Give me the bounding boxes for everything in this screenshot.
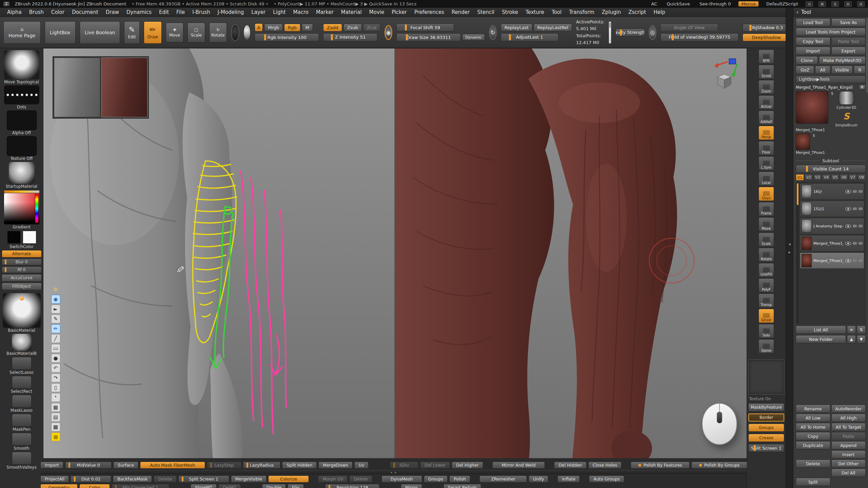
bottom-control[interactable]: Import (40, 462, 63, 469)
zcut-button[interactable]: Zcut (363, 24, 380, 32)
edit-mode-button[interactable]: ✎ Edit (124, 21, 139, 44)
bottom-control[interactable]: Polish (449, 475, 470, 483)
eraser-icon[interactable]: ▭ (51, 344, 60, 353)
menu-item[interactable]: Macro (290, 8, 312, 16)
copy-subtool-button[interactable]: Copy (796, 432, 830, 440)
bottom-control[interactable]: LazyStep (207, 462, 241, 469)
bottom-control[interactable]: Delete (154, 475, 176, 483)
menu-item[interactable]: Stencil (474, 8, 498, 16)
subtool-item[interactable]: Merged_TPose1_Ryan_Kingslie (800, 235, 864, 251)
subtool-tab-v3[interactable]: V3 (813, 174, 822, 181)
bottom-control[interactable]: MergeDown (318, 462, 352, 469)
import-button[interactable]: Import (796, 47, 830, 55)
move-down-button[interactable]: ▼ (857, 335, 866, 343)
move-up-button[interactable]: ▲ (847, 335, 856, 343)
subtool-tab-v8[interactable]: V8 (857, 174, 866, 181)
local-button[interactable]: Local (758, 171, 774, 186)
move-mode-button[interactable]: ✚ Move (166, 23, 183, 42)
subtool-mini-toggle[interactable] (853, 207, 857, 210)
all-to-target-button[interactable]: All To Target (831, 423, 866, 431)
ac-button[interactable]: AC (649, 1, 659, 6)
rf-slider[interactable]: Rf 0 (1, 266, 42, 273)
menu-item[interactable]: Brush (25, 8, 47, 16)
subtool-mini-toggle[interactable] (853, 242, 857, 245)
subtool-mini-toggle[interactable] (859, 225, 863, 227)
menu-item[interactable]: Alpha (3, 8, 25, 16)
visibility-eye-icon[interactable] (845, 259, 851, 263)
bottom-control[interactable]: Flip (288, 484, 304, 488)
menu-item[interactable]: Dynamics (123, 8, 155, 16)
subtool-mini-toggle[interactable] (853, 225, 857, 227)
bottom-control[interactable]: Delete (349, 475, 372, 483)
see-through-slider[interactable]: See-through 0 (697, 1, 733, 6)
layout-icon-3[interactable]: ▥ (831, 1, 839, 7)
quicksave-button[interactable]: QuickSave (665, 1, 692, 6)
local-symmetry-button[interactable]: L.Sym (758, 156, 774, 170)
rgb-intensity-slider[interactable]: Rgb Intensity 100 (255, 33, 319, 41)
bottom-control[interactable]: Auto Mask FiberMesh (140, 462, 205, 469)
gravity-strength-slider[interactable]: Gravity Strength 0 (615, 28, 645, 37)
replay-last-rel-button[interactable]: ReplayLastRel (534, 24, 572, 32)
del-all-button[interactable]: Del All (831, 469, 866, 477)
bottom-control[interactable]: Split Hidden (282, 462, 317, 469)
tool-palette-header[interactable]: ‹ Tool (793, 8, 868, 17)
bottom-control[interactable]: Polish By Features (631, 462, 690, 469)
focal-shift-slider[interactable]: Focal Shift 59 (396, 23, 454, 32)
zoom-button[interactable]: Zoom (758, 80, 774, 94)
actual-button[interactable]: Actual (758, 95, 774, 109)
yellow-color-swatch[interactable]: ■ (51, 432, 60, 441)
accucurve-button[interactable]: AccuCurve (1, 274, 42, 282)
floor-button[interactable]: Floor (758, 141, 774, 155)
field-of-view-slider[interactable]: Field of view(deg) 39.59775 (660, 33, 738, 41)
subtool-mini-toggle[interactable] (859, 242, 863, 245)
default-zscript-button[interactable]: DefaultZScript (764, 1, 800, 6)
draw-mode-button[interactable]: ✏ Draw (144, 21, 162, 44)
move3d-button[interactable]: Move (758, 217, 774, 231)
export-button[interactable]: Export (831, 47, 866, 55)
append-button[interactable]: Append (831, 441, 866, 449)
all-low-button[interactable]: All Low (796, 414, 830, 422)
subtool-mini-toggle[interactable] (859, 207, 863, 210)
mask-pen-brush[interactable]: MaskPen (1, 414, 42, 432)
mask-lasso-brush[interactable]: MaskLasso (1, 395, 42, 413)
all-to-home-button[interactable]: All To Home (796, 423, 830, 431)
redo-icon[interactable]: ↷ (51, 373, 60, 382)
duplicate-button[interactable]: Duplicate (796, 441, 830, 449)
goz-all-button[interactable]: All (815, 66, 830, 74)
lightbox-tools-bar[interactable]: Lightbox▶Tools (796, 76, 866, 83)
bpr-render-button[interactable]: BPR (758, 49, 774, 64)
visibility-eye-icon[interactable]: ◉ (51, 295, 60, 304)
frame-button[interactable]: Frame (758, 202, 774, 216)
menu-item[interactable]: Render (448, 8, 473, 16)
stroke-preview-button[interactable] (231, 24, 239, 41)
camera-icon[interactable]: ◎ (649, 25, 656, 40)
bottom-control[interactable]: Smart ReSym (443, 484, 481, 488)
select-lasso-brush[interactable]: SelectLasso (1, 357, 42, 375)
fillobject-button[interactable]: FillObject (1, 283, 42, 290)
bottom-control[interactable]: ProjectAll (40, 475, 69, 483)
insert-button[interactable]: Insert (831, 450, 866, 459)
bottom-control[interactable]: Split Screen 1 (178, 475, 229, 483)
aahalf-button[interactable]: AAHalf (758, 110, 774, 125)
chat-icon[interactable]: ❛ (51, 393, 60, 402)
zadd-button[interactable]: Zadd (323, 24, 342, 32)
tray-resize-handle[interactable]: ▴ ▴ (40, 470, 747, 474)
polyframe-button[interactable]: PolyF (758, 278, 774, 292)
cursor-arrow-icon[interactable]: ► (51, 305, 60, 313)
quick-pick-a-badge[interactable]: A (255, 23, 263, 32)
subtool-tab-v1[interactable]: V1 (796, 174, 804, 181)
visibility-eye-icon[interactable] (845, 190, 851, 194)
alternate-button[interactable]: Alternate (1, 250, 42, 258)
load-tools-from-project-button[interactable]: Load Tools From Project (796, 28, 866, 36)
camera-axis-gizmo[interactable] (714, 58, 745, 90)
home-page-button[interactable]: ⌂ Home Page (3, 21, 41, 44)
material-picker[interactable]: StartupMaterial (1, 162, 42, 189)
layout-icon-4[interactable]: ▧ (844, 1, 852, 7)
bottom-control[interactable]: Mirror And Weld (492, 462, 545, 469)
material-preview-button[interactable] (243, 25, 251, 40)
deep-shadow-button[interactable]: DeepShadow (743, 34, 790, 41)
menus-toggle-button[interactable]: Menus (738, 1, 758, 7)
crease-toggle[interactable]: Crease (748, 434, 784, 442)
bottom-control[interactable]: DelMT (218, 484, 240, 488)
subtool-item[interactable]: Merged_TPose1_Ryan_Kingslie (800, 252, 864, 269)
